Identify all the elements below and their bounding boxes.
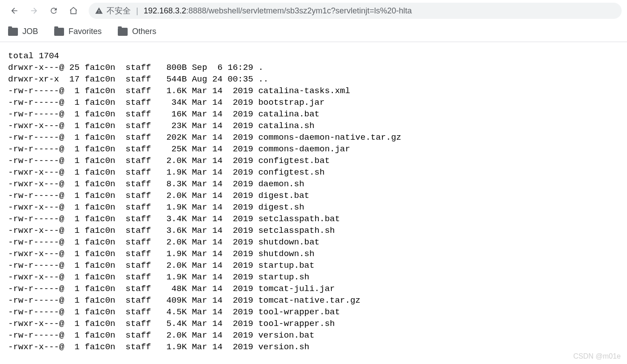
forward-button[interactable] [25, 2, 43, 20]
insecure-icon [95, 7, 103, 15]
bookmark-job[interactable]: JOB [8, 27, 38, 36]
bookmark-label: Others [132, 27, 156, 36]
address-bar[interactable]: 不安全 | 192.168.3.2:8888/webshell/servletm… [89, 3, 622, 19]
url-text: 192.168.3.2:8888/webshell/servletmem/sb3… [144, 6, 412, 16]
home-icon [69, 6, 78, 15]
reload-icon [49, 6, 58, 15]
page-content: total 1704 drwxr-x---@ 25 fa1c0n staff 8… [0, 42, 627, 353]
url-host: 192.168.3.2 [144, 6, 186, 15]
bookmark-others[interactable]: Others [118, 27, 156, 36]
folder-icon [118, 28, 128, 36]
bookmarks-bar: JOB Favorites Others [0, 21, 627, 42]
reload-button[interactable] [45, 2, 63, 20]
address-divider: | [136, 6, 138, 16]
arrow-right-icon [30, 6, 39, 15]
url-path: :8888/webshell/servletmem/sb3sz2ym1c?ser… [186, 6, 412, 15]
browser-toolbar: 不安全 | 192.168.3.2:8888/webshell/servletm… [0, 0, 627, 21]
arrow-left-icon [10, 6, 19, 15]
security-label: 不安全 [107, 5, 131, 16]
watermark: CSDN @m01e [573, 352, 621, 360]
folder-icon [8, 28, 18, 36]
folder-icon [54, 28, 64, 36]
back-button[interactable] [5, 2, 23, 20]
bookmark-label: Favorites [69, 27, 102, 36]
home-button[interactable] [64, 2, 82, 20]
bookmark-favorites[interactable]: Favorites [54, 27, 102, 36]
bookmark-label: JOB [22, 27, 38, 36]
